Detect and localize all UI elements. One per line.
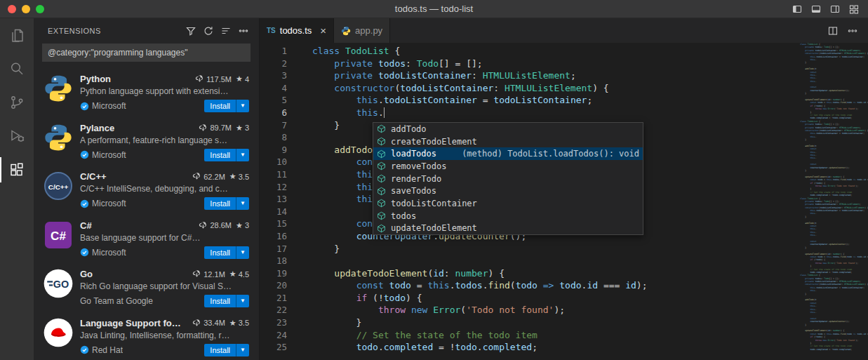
code-token: }	[312, 317, 361, 328]
line-number: 6	[260, 107, 287, 119]
install-button[interactable]: Install ▼	[204, 100, 249, 112]
extension-logo-icon: C#	[44, 220, 73, 250]
code-line[interactable]: 21 if (!todo) {	[260, 292, 800, 305]
install-button[interactable]: Install ▼	[204, 197, 249, 210]
minimap-content: class TodoList { private todos: Todo[] =…	[800, 43, 868, 351]
run-debug-icon[interactable]	[0, 119, 34, 153]
code-line[interactable]: 17 }	[260, 243, 800, 255]
suggest-item[interactable]: updateTodoElement	[373, 222, 643, 235]
close-tab-icon[interactable]: ×	[320, 25, 326, 36]
extension-publisher: Microsoft	[92, 101, 126, 111]
toggle-primary-sidebar-icon[interactable]	[792, 4, 803, 15]
editor-more-actions-icon[interactable]	[847, 25, 858, 36]
extensions-icon[interactable]	[0, 153, 34, 187]
star-icon: ★	[236, 74, 243, 84]
code-token	[373, 70, 378, 81]
code-token: .	[483, 280, 488, 291]
install-button[interactable]: Install ▼	[204, 295, 249, 307]
code-line[interactable]: 3 private todoListContainer: HTMLUListEl…	[260, 69, 800, 82]
code-line[interactable]: 20 const todo = this.todos.find(todo => …	[260, 279, 800, 292]
downloads-icon	[199, 123, 208, 133]
minimize-window-button[interactable]	[22, 5, 30, 13]
install-dropdown-icon[interactable]: ▼	[236, 344, 249, 356]
zoom-window-button[interactable]	[36, 5, 44, 13]
code-token	[312, 95, 356, 105]
line-number: 25	[260, 341, 287, 354]
more-actions-icon[interactable]	[238, 25, 249, 36]
search-icon[interactable]	[0, 52, 34, 86]
suggest-item[interactable]: createTodoElement	[373, 135, 643, 148]
suggest-label: updateTodoElement	[391, 223, 477, 233]
toggle-secondary-sidebar-icon[interactable]	[829, 4, 841, 15]
install-dropdown-icon[interactable]: ▼	[236, 197, 249, 210]
minimap[interactable]: class TodoList { private todos: Todo[] =…	[800, 43, 868, 360]
install-button[interactable]: Install ▼	[204, 149, 249, 161]
code-line[interactable]: 6 this.	[260, 107, 800, 119]
code-token: id	[433, 268, 444, 279]
suggest-label: loadTodos	[391, 149, 436, 159]
install-button-label: Install	[204, 102, 236, 110]
install-button[interactable]: Install ▼	[204, 246, 249, 259]
extension-list-item[interactable]: C# C# 28.6M ★ 3 Base language support fo…	[34, 215, 259, 264]
code-line[interactable]: 24 // Set the state of the todo item	[260, 329, 800, 342]
extensions-search-input[interactable]	[42, 44, 251, 62]
source-control-icon[interactable]	[0, 86, 34, 119]
install-button[interactable]: Install ▼	[204, 344, 249, 356]
symbol-method-icon	[377, 137, 388, 147]
code-token	[312, 145, 334, 155]
clear-search-results-icon[interactable]	[220, 25, 232, 36]
code-token	[312, 231, 356, 241]
verified-publisher-icon	[80, 199, 89, 208]
extension-list-item[interactable]: Language Support fo… 33.4M ★ 3.5 Java Li…	[34, 312, 259, 360]
extension-list-item[interactable]: Pylance 89.7M ★ 3 A performant, feature-…	[34, 117, 259, 166]
code-token: =>	[543, 280, 554, 291]
extension-list-item[interactable]: Python 117.5M ★ 4 Python language suppor…	[34, 68, 259, 117]
line-number: 17	[260, 243, 287, 255]
code-token: :	[406, 58, 417, 69]
extension-list-item[interactable]: GO Go 12.1M ★ 4.5 Rich Go language suppo…	[34, 263, 259, 312]
code-line[interactable]: 22 throw new Error('Todo not found');	[260, 304, 800, 316]
code-line[interactable]: 18	[260, 255, 800, 267]
suggest-item[interactable]: todoListContainer	[373, 197, 643, 210]
code-token: id	[625, 280, 636, 291]
close-window-button[interactable]	[8, 5, 16, 13]
code-token: ) {	[592, 83, 608, 93]
suggest-item[interactable]: renderTodo	[373, 173, 643, 185]
filter-icon[interactable]	[185, 25, 196, 36]
suggest-item[interactable]: addTodo	[373, 123, 643, 135]
line-number: 9	[260, 144, 287, 156]
extension-rating: 4.5	[239, 270, 249, 279]
extension-description: Base language support for C#…	[80, 233, 249, 243]
install-dropdown-icon[interactable]: ▼	[236, 295, 249, 307]
tab-todos-ts[interactable]: TS todos.ts ×	[260, 18, 334, 43]
install-dropdown-icon[interactable]: ▼	[236, 149, 249, 161]
extension-description: Python language support with extensi…	[80, 86, 249, 96]
suggest-item[interactable]: todos	[373, 210, 643, 222]
downloads-icon	[192, 269, 201, 279]
split-editor-icon[interactable]	[827, 25, 839, 36]
code-line[interactable]: 1class TodoList {	[260, 45, 800, 58]
code-token	[538, 280, 543, 291]
toggle-panel-icon[interactable]	[810, 4, 822, 15]
line-number: 21	[260, 292, 287, 305]
explorer-icon[interactable]	[0, 18, 34, 52]
suggest-item[interactable]: removeTodos	[373, 160, 643, 173]
suggest-item[interactable]: loadTodos(method) TodoList.loadTodos(): …	[373, 147, 643, 160]
customize-layout-icon[interactable]	[848, 4, 860, 15]
install-dropdown-icon[interactable]: ▼	[236, 100, 249, 112]
code-line[interactable]: 23 }	[260, 316, 800, 329]
line-number: 11	[260, 168, 287, 181]
line-number: 16	[260, 230, 287, 243]
refresh-icon[interactable]	[203, 25, 214, 36]
extension-logo-icon: C/C++	[44, 171, 73, 201]
extension-rating: 4	[245, 75, 249, 84]
code-line[interactable]: 2 private todos: Todo[] = [];	[260, 58, 800, 70]
code-line[interactable]: 4 constructor(todoListContainer: HTMLULi…	[260, 82, 800, 95]
code-line[interactable]: 5 this.todoListContainer = todoListConta…	[260, 94, 800, 107]
tab-app-py[interactable]: app.py	[334, 18, 390, 43]
suggest-item[interactable]: saveTodos	[373, 185, 643, 197]
install-dropdown-icon[interactable]: ▼	[236, 246, 249, 259]
extension-list-item[interactable]: C/C++ C/C++ 62.2M ★ 3.5 C/C++ IntelliSen…	[34, 166, 259, 215]
code-line[interactable]: 19 updateTodoElement(id: number) {	[260, 267, 800, 280]
code-line[interactable]: 25 todo.completed = !todo.completed;	[260, 341, 800, 354]
